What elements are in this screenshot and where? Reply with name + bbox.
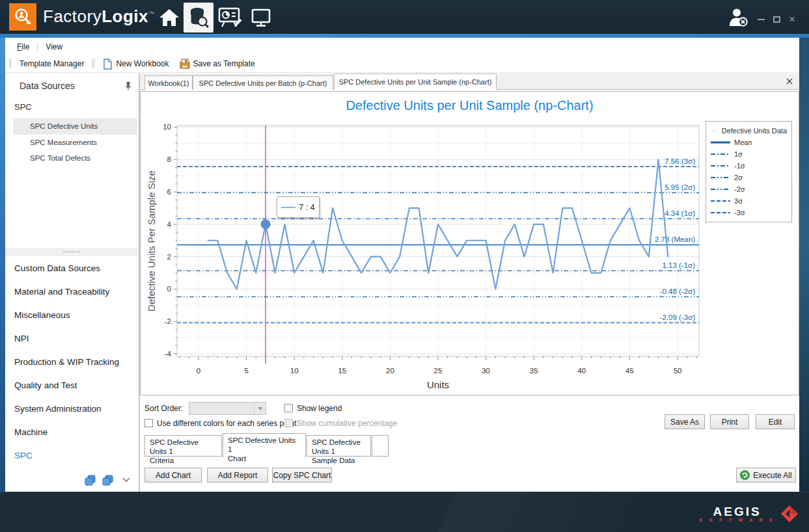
new-workbook-icon (103, 59, 113, 70)
save-as-template-label: Save as Template (193, 59, 255, 68)
legend-label: -2σ (734, 185, 745, 193)
save-as-template-button[interactable]: Save as Template (174, 57, 260, 71)
sidebar-category-quality-and-test[interactable]: Quality and Test (5, 374, 139, 397)
show-cumulative-checkbox (284, 419, 293, 427)
aegis-brand: AEGIS (699, 506, 775, 518)
pin-icon[interactable] (124, 81, 132, 93)
copy-spc-chart-label: Copy SPC Chart (273, 471, 331, 480)
app-title: FactoryLogix™ (43, 7, 155, 27)
new-workbook-label: New Workbook (116, 59, 169, 68)
tab-2[interactable]: SPC Defective Units per Unit Sample (np-… (334, 73, 497, 90)
menu-view[interactable]: View (39, 40, 69, 54)
x-tick-label: 20 (386, 367, 394, 375)
legend-label: 3σ (734, 197, 743, 205)
home-icon[interactable] (154, 3, 184, 33)
legend-line-sample (711, 198, 730, 204)
legend-item-4: 2σ (711, 172, 787, 183)
subtab-empty (372, 435, 389, 457)
title-bar: FactoryLogix™ (0, 0, 809, 34)
control-line-label: 1.13 (-1σ) (662, 261, 695, 269)
np-chart-plot[interactable]: 05101520253035404550-4-20246810UnitsDefe… (141, 92, 799, 395)
sidebar-category-miscellaneous[interactable]: Miscellaneous (5, 304, 139, 327)
sidebar-splitter[interactable]: ...... (5, 248, 139, 256)
sidebar-category-system-administration[interactable]: System Administration (5, 397, 139, 421)
sidebar-item-spc-total-defects[interactable]: SPC Total Defects (13, 150, 137, 166)
y-tick-label: 2 (167, 253, 171, 261)
cascade-windows-icon[interactable] (102, 475, 113, 486)
brand-logix: Logix (102, 7, 148, 26)
window-right-border (799, 38, 809, 492)
document-tab-strip: Workbook(1)SPC Defective Units per Batch… (140, 73, 799, 90)
show-cumulative-label: Show cumulative percentage (297, 419, 397, 428)
maximize-button[interactable] (771, 14, 782, 25)
legend-line-sample (711, 151, 730, 157)
add-report-button[interactable]: Add Report (207, 468, 268, 483)
menu-file[interactable]: File (10, 40, 36, 54)
minimize-button[interactable] (755, 14, 767, 25)
monitor-icon[interactable] (246, 3, 276, 33)
aegis-diamond-icon (780, 504, 799, 524)
legend-label: -1σ (734, 162, 745, 170)
save-template-icon (180, 59, 190, 69)
x-tick-label: 5 (244, 367, 248, 375)
highlighted-point (261, 220, 270, 229)
save-as-button[interactable]: Save As (665, 414, 705, 429)
sidebar-category-production-wip-tracking[interactable]: Production & WIP Tracking (5, 351, 139, 374)
sidebar-category-npi[interactable]: NPI (5, 327, 139, 351)
control-line-label: 7.56 (3σ) (665, 157, 695, 165)
chart-panel: Defective Units per Unit Sample (np-Char… (140, 91, 799, 395)
legend-line-sample (711, 209, 730, 216)
menu-bar: File View (5, 38, 799, 55)
sidebar-header: Data Sources (5, 79, 139, 94)
add-chart-button[interactable]: Add Chart (144, 468, 202, 483)
use-colors-checkbox[interactable] (144, 419, 153, 427)
sort-order-select[interactable] (189, 402, 266, 415)
tab-0[interactable]: Workbook(1) (144, 75, 193, 90)
x-tick-label: 15 (338, 367, 346, 375)
chevron-down-icon[interactable] (122, 477, 130, 483)
user-logout-icon[interactable] (728, 8, 750, 27)
data-sources-icon[interactable] (184, 3, 213, 33)
sidebar-category-machine[interactable]: Machine (5, 421, 139, 444)
copy-spc-chart-button[interactable]: Copy SPC Chart (272, 468, 332, 483)
y-tick-label: 8 (167, 155, 171, 163)
sidebar-category-spc[interactable]: SPC (5, 444, 139, 468)
factorylogix-logo (9, 3, 36, 31)
y-tick-label: 4 (167, 220, 172, 228)
x-axis-title: Units (427, 379, 449, 390)
x-tick-label: 45 (625, 367, 634, 375)
tool-bar: Template Manager New Workbook Save as Te… (5, 55, 799, 73)
logo-magnifier-icon (12, 7, 33, 27)
sidebar-category-custom-data-sources[interactable]: Custom Data Sources (5, 257, 139, 280)
x-tick-label: 0 (197, 367, 200, 375)
subtab-criteria[interactable]: SPC Defective Units 1Criteria (144, 435, 222, 457)
template-manager-label: Template Manager (20, 59, 84, 68)
template-manager-button[interactable]: Template Manager (14, 57, 89, 70)
subtab-chart[interactable]: SPC Defective Units 1Chart (223, 433, 306, 458)
reports-presentation-icon[interactable] (215, 3, 245, 33)
sidebar-category-material-and-traceability[interactable]: Material and Traceability (5, 280, 139, 304)
close-button[interactable]: × (786, 14, 798, 25)
sidebar-section-spc: SPC (14, 102, 32, 112)
sort-order-chevron-icon (254, 403, 266, 414)
legend-line-sample (711, 139, 730, 146)
sidebar-item-spc-measurements[interactable]: SPC Measurements (13, 135, 137, 151)
subtab-sample-data[interactable]: SPC Defective Units 1Sample Data (307, 435, 371, 457)
use-colors-label: Use different colors for each series poi… (157, 419, 297, 428)
show-legend-checkbox[interactable] (284, 404, 293, 412)
legend-item-2: 1σ (711, 148, 787, 160)
print-button[interactable]: Print (710, 414, 749, 429)
new-workbook-button[interactable]: New Workbook (98, 57, 174, 72)
data-sources-sidebar: Data Sources SPC SPC Defective UnitsSPC … (5, 73, 139, 492)
add-report-label: Add Report (218, 471, 258, 480)
cascade-windows-icon[interactable] (85, 475, 96, 486)
edit-button[interactable]: Edit (756, 414, 795, 429)
execute-all-button[interactable]: Execute All (736, 468, 796, 483)
tab-1[interactable]: SPC Defective Units per Batch (p-Chart) (193, 75, 333, 90)
show-legend-label: Show legend (297, 404, 342, 413)
aegis-logo: AEGIS S O F T W A R E (699, 504, 799, 524)
tab-close-icon[interactable] (785, 77, 794, 86)
sidebar-item-spc-defective-units[interactable]: SPC Defective Units (13, 118, 137, 135)
control-line-label: 5.95 (2σ) (665, 183, 695, 191)
y-tick-label: 0 (167, 285, 171, 293)
